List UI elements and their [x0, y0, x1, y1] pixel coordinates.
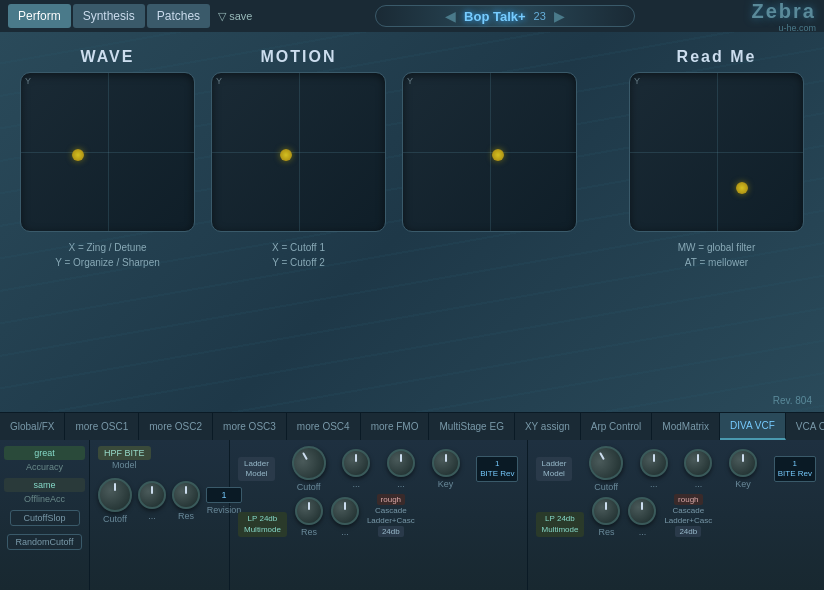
main-area: WAVE Y X = Zing / Detune Y = Organize / …: [0, 32, 824, 412]
block1-dots-group: ...: [342, 449, 370, 489]
tab-diva-vcf[interactable]: DIVA VCF: [720, 413, 786, 440]
motion-pad-label: MOTION: [261, 48, 337, 66]
block1-dots2-group: ...: [387, 449, 415, 489]
block1-cutoff-knob[interactable]: [285, 440, 331, 486]
tab-more-osc3[interactable]: more OSC3: [213, 413, 287, 440]
prev-preset-icon[interactable]: ◀: [445, 8, 456, 24]
motion-pad-section: MOTION Y X = Cutoff 1 Y = Cutoff 2: [211, 48, 386, 270]
readMe-pad-grid: [630, 73, 803, 231]
block1-res2-label: ...: [341, 527, 349, 537]
preset-bar: ◀ Bop Talk+ 23 ▶: [375, 5, 635, 27]
tab-more-osc4[interactable]: more OSC4: [287, 413, 361, 440]
perform-nav[interactable]: Perform: [8, 4, 71, 28]
cascade-label-1: Cascade: [375, 506, 407, 515]
rev-label: Rev. 804: [773, 395, 812, 406]
hpf-res-knob[interactable]: [172, 481, 200, 509]
block1-key-group: Key: [432, 449, 460, 489]
filter-block-2-header: Ladder Model Cutoff ... ... Key: [536, 446, 817, 492]
block1-cutoff-label: Cutoff: [297, 482, 321, 492]
tab-more-osc2[interactable]: more OSC2: [139, 413, 213, 440]
block1-key-knob[interactable]: [432, 449, 460, 477]
wave-y-axis: Y: [25, 76, 31, 86]
synthesis-nav[interactable]: Synthesis: [73, 4, 145, 28]
hpf-cutoff-label: Cutoff: [103, 514, 127, 524]
offline-label: OfflineAcc: [24, 494, 65, 504]
tab-xy-assign[interactable]: XY assign: [515, 413, 581, 440]
wave-pad-label: WAVE: [81, 48, 135, 66]
tab-global-fx[interactable]: Global/FX: [0, 413, 65, 440]
save-btn[interactable]: ▽ save: [212, 10, 258, 23]
motion-dot[interactable]: [280, 149, 292, 161]
block1-res-knob[interactable]: [295, 497, 323, 525]
motion-pad-grid: [212, 73, 385, 231]
hpf-cutoff-knob[interactable]: [98, 478, 132, 512]
block2-cutoff-group: Cutoff: [589, 446, 623, 492]
motion-pad-desc: X = Cutoff 1 Y = Cutoff 2: [272, 240, 325, 270]
filter-block-2: Ladder Model Cutoff ... ... Key: [528, 440, 825, 590]
readMe-y-axis: Y: [634, 76, 640, 86]
readMe-dot[interactable]: [736, 182, 748, 194]
cascade-2: rough Cascade Ladder+Casc 24db: [664, 494, 712, 537]
hpf-dots-group: ...: [138, 481, 166, 521]
hpf-header: HPF BITE Model: [98, 446, 221, 470]
wave-dot[interactable]: [72, 149, 84, 161]
zebra-logo: Zebra: [752, 0, 816, 23]
block1-key-label: Key: [438, 479, 454, 489]
lp24-2: 24db: [675, 526, 701, 537]
cutoff-slop-button[interactable]: CutoffSlop: [10, 510, 80, 526]
wave-pad-desc: X = Zing / Detune Y = Organize / Sharpen: [55, 240, 160, 270]
block1-res-label: Res: [301, 527, 317, 537]
block2-key-knob[interactable]: [729, 449, 757, 477]
wave-pad[interactable]: Y: [20, 72, 195, 232]
block1-res2-knob[interactable]: [331, 497, 359, 525]
rough-1: rough: [377, 494, 405, 505]
third-dot[interactable]: [492, 149, 504, 161]
block1-res-group: Res: [295, 497, 323, 537]
third-pad[interactable]: Y: [402, 72, 577, 232]
block1-res2-group: ...: [331, 497, 359, 537]
bottom-panel: great Accuracy same OfflineAcc CutoffSlo…: [0, 440, 824, 590]
ladder-model-1: Ladder Model: [238, 457, 275, 482]
hpf-cutoff-group: Cutoff: [98, 478, 132, 524]
motion-pad[interactable]: Y: [211, 72, 386, 232]
third-pad-section: Y: [402, 48, 577, 255]
block2-dots-knob[interactable]: [640, 449, 668, 477]
readMe-pad-section: Read Me Y MW = global filter AT = mellow…: [629, 48, 804, 270]
hpf-res-group: Res: [172, 481, 200, 521]
hpf-dots-label: ...: [148, 511, 156, 521]
filter-block-1: Ladder Model Cutoff ... ... Key: [230, 440, 528, 590]
tab-more-fmo[interactable]: more FMO: [361, 413, 430, 440]
hpf-controls: Cutoff ... Res 1 Revision: [98, 478, 221, 524]
tab-modmatrix[interactable]: ModMatrix: [652, 413, 720, 440]
patches-nav[interactable]: Patches: [147, 4, 210, 28]
block1-dots2-knob[interactable]: [387, 449, 415, 477]
third-y-axis: Y: [407, 76, 413, 86]
random-cutoff-button[interactable]: RandomCutoff: [7, 534, 82, 550]
cascade-label-2: Cascade: [673, 506, 705, 515]
block2-res2-knob[interactable]: [628, 497, 656, 525]
block2-res-group: Res: [592, 497, 620, 537]
block2-cutoff-label: Cutoff: [594, 482, 618, 492]
accuracy-label: Accuracy: [26, 462, 63, 472]
tab-more-osc1[interactable]: more OSC1: [65, 413, 139, 440]
next-preset-icon[interactable]: ▶: [554, 8, 565, 24]
tab-multistage-eg[interactable]: MultiStage EG: [429, 413, 514, 440]
preset-name: Bop Talk+: [464, 9, 526, 24]
block1-cutoff-group: Cutoff: [292, 446, 326, 492]
preset-display: ◀ Bop Talk+ 23 ▶: [260, 5, 749, 27]
tab-vca-comps[interactable]: VCA Comps: [786, 413, 824, 440]
hpf-dots-knob[interactable]: [138, 481, 166, 509]
hpf-model-label: Model: [112, 460, 137, 470]
block2-dots2-knob[interactable]: [684, 449, 712, 477]
block2-res-label: Res: [598, 527, 614, 537]
rough-2: rough: [674, 494, 702, 505]
wave-pad-grid: [21, 73, 194, 231]
block2-res-knob[interactable]: [592, 497, 620, 525]
tab-arp-control[interactable]: Arp Control: [581, 413, 653, 440]
block1-dots-knob[interactable]: [342, 449, 370, 477]
motion-y-axis: Y: [216, 76, 222, 86]
readMe-pad[interactable]: Y: [629, 72, 804, 232]
block2-cutoff-knob[interactable]: [583, 440, 629, 486]
tabs-row: Global/FX more OSC1 more OSC2 more OSC3 …: [0, 412, 824, 440]
offline-badge: same: [4, 478, 85, 492]
